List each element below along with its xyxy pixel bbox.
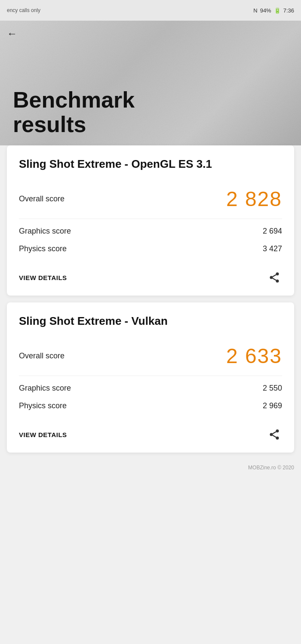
svg-line-8 — [273, 435, 276, 438]
divider-2 — [19, 376, 282, 376]
status-bar: ency calls only N 94% 🔋 7:36 — [0, 0, 301, 21]
graphics-score-value-vulkan: 2 550 — [263, 384, 282, 393]
physics-score-value-opengl: 3 427 — [263, 244, 282, 253]
svg-point-1 — [270, 276, 273, 279]
share-button-vulkan[interactable] — [267, 427, 282, 442]
overall-score-value-vulkan: 2 633 — [226, 344, 282, 368]
graphics-score-label-opengl: Graphics score — [19, 227, 71, 236]
svg-line-9 — [273, 432, 276, 434]
share-button-opengl[interactable] — [267, 270, 282, 285]
graphics-score-row-vulkan: Graphics score 2 550 — [19, 379, 282, 397]
svg-point-2 — [276, 280, 279, 283]
physics-score-label-vulkan: Physics score — [19, 401, 67, 410]
clock: 7:36 — [283, 7, 294, 14]
watermark: MOBZine.ro © 2020 — [0, 461, 301, 478]
battery-level: 94% — [260, 7, 271, 14]
svg-point-5 — [276, 430, 279, 433]
overall-score-row-opengl: Overall score 2 828 — [19, 183, 282, 215]
nfc-icon: N — [253, 7, 257, 14]
svg-point-0 — [276, 273, 279, 276]
physics-score-row-vulkan: Physics score 2 969 — [19, 397, 282, 415]
back-button[interactable]: ← — [7, 28, 17, 40]
divider-1 — [19, 219, 282, 219]
hero-section: ← Benchmarkresults — [0, 21, 301, 154]
physics-score-value-vulkan: 2 969 — [263, 401, 282, 410]
graphics-score-value-opengl: 2 694 — [263, 227, 282, 236]
view-details-button-opengl[interactable]: VIEW DETAILS — [19, 274, 67, 281]
page-title: Benchmarkresults — [13, 88, 135, 137]
card-vulkan: Sling Shot Extreme - Vulkan Overall scor… — [7, 302, 294, 453]
status-right: N 94% 🔋 7:36 — [253, 7, 294, 14]
physics-score-label-opengl: Physics score — [19, 244, 67, 253]
status-left-text: ency calls only — [7, 7, 40, 13]
svg-point-6 — [270, 433, 273, 436]
card-vulkan-title: Sling Shot Extreme - Vulkan — [19, 314, 282, 328]
card-opengl: Sling Shot Extreme - OpenGL ES 3.1 Overa… — [7, 145, 294, 296]
share-icon-opengl — [268, 271, 280, 283]
share-icon-vulkan — [268, 428, 280, 441]
graphics-score-label-vulkan: Graphics score — [19, 384, 71, 393]
graphics-score-row-opengl: Graphics score 2 694 — [19, 222, 282, 240]
overall-score-label-opengl: Overall score — [19, 194, 64, 203]
battery-icon: 🔋 — [274, 7, 281, 14]
overall-score-label-vulkan: Overall score — [19, 351, 64, 361]
svg-line-3 — [273, 278, 276, 280]
card-vulkan-footer: VIEW DETAILS — [19, 423, 282, 442]
overall-score-value-opengl: 2 828 — [226, 187, 282, 211]
card-opengl-title: Sling Shot Extreme - OpenGL ES 3.1 — [19, 157, 282, 171]
cards-container: Sling Shot Extreme - OpenGL ES 3.1 Overa… — [0, 145, 301, 461]
card-opengl-footer: VIEW DETAILS — [19, 266, 282, 285]
overall-score-row-vulkan: Overall score 2 633 — [19, 340, 282, 372]
view-details-button-vulkan[interactable]: VIEW DETAILS — [19, 431, 67, 438]
svg-line-4 — [273, 275, 276, 277]
svg-point-7 — [276, 437, 279, 440]
physics-score-row-opengl: Physics score 3 427 — [19, 240, 282, 258]
